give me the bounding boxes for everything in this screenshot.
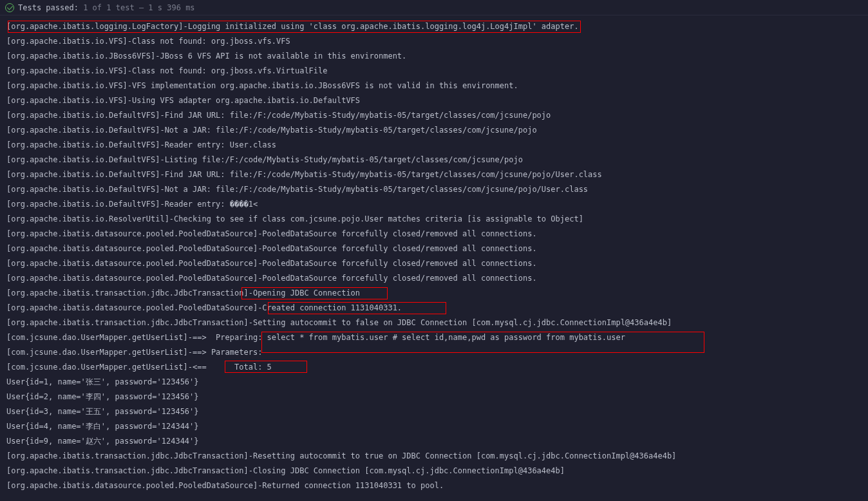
log-line[interactable]: [org.apache.ibatis.io.VFS]-Using VFS ada… (6, 93, 862, 108)
log-line[interactable]: [org.apache.ibatis.io.DefaultVFS]-Listin… (6, 153, 862, 167)
log-line[interactable]: User{id=1, name='张三', password='123456'} (6, 375, 862, 390)
log-line[interactable]: [org.apache.ibatis.io.DefaultVFS]-Reader… (6, 197, 862, 212)
console-output[interactable]: [org.apache.ibatis.logging.LogFactory]-L… (0, 15, 868, 497)
log-line[interactable]: [org.apache.ibatis.io.DefaultVFS]-Not a … (6, 182, 862, 197)
log-line[interactable]: [org.apache.ibatis.datasource.pooled.Poo… (6, 301, 862, 316)
log-line[interactable]: [org.apache.ibatis.transaction.jdbc.Jdbc… (6, 449, 862, 464)
check-icon (5, 3, 14, 12)
log-line[interactable]: [org.apache.ibatis.datasource.pooled.Poo… (6, 227, 862, 241)
passed-label: Tests passed: (18, 3, 79, 12)
log-line[interactable]: [org.apache.ibatis.logging.LogFactory]-L… (6, 19, 862, 34)
log-line[interactable]: User{id=9, name='赵六', password='124344'} (6, 434, 862, 449)
log-line[interactable]: [org.apache.ibatis.datasource.pooled.Poo… (6, 478, 862, 493)
log-line[interactable]: [com.jcsune.dao.UserMapper.getUserList]-… (6, 345, 862, 360)
log-line[interactable]: [org.apache.ibatis.datasource.pooled.Poo… (6, 241, 862, 256)
log-line[interactable]: [org.apache.ibatis.io.VFS]-Class not fou… (6, 64, 862, 79)
log-line[interactable]: [org.apache.ibatis.io.DefaultVFS]-Find J… (6, 167, 862, 182)
tests-passed-label: Tests passed: 1 of 1 test – 1 s 396 ms (18, 3, 195, 12)
log-line[interactable]: [org.apache.ibatis.io.JBoss6VFS]-JBoss 6… (6, 49, 862, 64)
test-result-header: Tests passed: 1 of 1 test – 1 s 396 ms (0, 0, 868, 15)
log-line[interactable]: [org.apache.ibatis.transaction.jdbc.Jdbc… (6, 286, 862, 301)
log-line[interactable]: [org.apache.ibatis.io.DefaultVFS]-Not a … (6, 123, 862, 138)
log-line[interactable]: User{id=4, name='李白', password='124344'} (6, 419, 862, 434)
log-line[interactable]: [org.apache.ibatis.io.VFS]-Class not fou… (6, 34, 862, 49)
log-line[interactable]: [org.apache.ibatis.io.VFS]-VFS implement… (6, 79, 862, 93)
log-line[interactable]: [org.apache.ibatis.io.ResolverUtil]-Chec… (6, 212, 862, 227)
log-line[interactable]: [org.apache.ibatis.datasource.pooled.Poo… (6, 271, 862, 286)
log-line[interactable]: [com.jcsune.dao.UserMapper.getUserList]-… (6, 330, 862, 345)
log-line[interactable]: User{id=2, name='李四', password='123456'} (6, 390, 862, 404)
log-line[interactable]: [org.apache.ibatis.datasource.pooled.Poo… (6, 256, 862, 271)
log-line[interactable]: [org.apache.ibatis.transaction.jdbc.Jdbc… (6, 464, 862, 478)
log-line[interactable]: [org.apache.ibatis.io.DefaultVFS]-Reader… (6, 138, 862, 153)
log-line[interactable]: [com.jcsune.dao.UserMapper.getUserList]-… (6, 360, 862, 375)
log-line[interactable]: [org.apache.ibatis.io.DefaultVFS]-Find J… (6, 108, 862, 123)
log-line[interactable]: [org.apache.ibatis.transaction.jdbc.Jdbc… (6, 316, 862, 330)
test-count: 1 of 1 test – 1 s 396 ms (83, 3, 194, 12)
log-line[interactable]: User{id=3, name='王五', password='123456'} (6, 404, 862, 419)
